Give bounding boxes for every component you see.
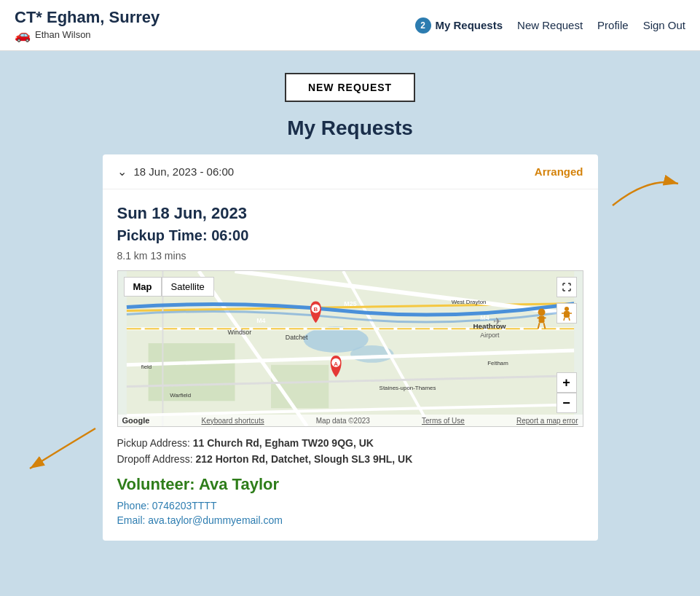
main-content: NEW REQUEST My Requests	[0, 51, 700, 555]
page-heading: My Requests	[15, 117, 685, 140]
my-requests-nav[interactable]: 2 My Requests	[415, 17, 503, 34]
report-link[interactable]: Report a map error	[516, 417, 578, 425]
terms-link[interactable]: Terms of Use	[422, 417, 465, 425]
request-card: ⌄ 18 Jun, 2023 - 06:00 Arranged Sun 18 J…	[103, 154, 598, 541]
volunteer-heading: Volunteer: Ava Taylor	[117, 475, 583, 494]
map-container: M25 M4 M4 West Drayton Heathrow Airport …	[117, 270, 583, 427]
sign-out-nav[interactable]: Sign Out	[643, 19, 685, 31]
svg-text:Staines-upon-Thames: Staines-upon-Thames	[379, 385, 436, 391]
svg-text:Windsor: Windsor	[227, 329, 251, 336]
card-wrapper: ⌄ 18 Jun, 2023 - 06:00 Arranged Sun 18 J…	[103, 154, 598, 541]
google-logo: Google	[122, 416, 150, 425]
card-header: ⌄ 18 Jun, 2023 - 06:00 Arranged	[103, 154, 598, 189]
username-label: Ethan Wilson	[35, 29, 91, 40]
email-label: Email:	[117, 514, 146, 526]
svg-text:field: field	[141, 364, 152, 370]
svg-line-43	[564, 318, 565, 321]
card-body: Sun 18 Jun, 2023 Pickup Time: 06:00 8.1 …	[103, 189, 598, 526]
volunteer-phone: Phone: 0746203TTTT	[117, 500, 583, 511]
svg-text:B: B	[313, 306, 318, 313]
new-request-button[interactable]: NEW REQUEST	[285, 73, 415, 102]
map-data-label: Map data ©2023	[316, 417, 370, 425]
pickup-address-value: 11 Church Rd, Egham TW20 9QG, UK	[193, 437, 374, 449]
svg-text:A: A	[334, 361, 338, 367]
main-nav: 2 My Requests New Request Profile Sign O…	[415, 17, 685, 34]
svg-text:M4: M4	[256, 317, 265, 324]
pickup-address-label: Pickup Address:	[117, 437, 190, 449]
header-brand: CT* Egham, Surrey 🚗 Ethan Wilson	[15, 8, 160, 43]
svg-text:Feltham: Feltham	[487, 360, 508, 366]
arrow-arranged	[605, 169, 685, 216]
svg-rect-5	[148, 343, 235, 401]
svg-point-34	[538, 309, 545, 316]
dropoff-address-label: Dropoff Address:	[117, 453, 193, 465]
svg-point-39	[565, 307, 569, 311]
pickup-time: Pickup Time: 06:00	[117, 227, 583, 244]
svg-text:Warfield: Warfield	[170, 392, 191, 399]
svg-text:Airport: Airport	[480, 332, 500, 339]
svg-text:✈: ✈	[493, 315, 502, 327]
svg-line-44	[569, 318, 570, 321]
map-footer: Google Keyboard shortcuts Map data ©2023…	[118, 415, 583, 426]
volunteer-email: Email: ava.taylor@dummyemail.com	[117, 514, 583, 526]
profile-nav[interactable]: Profile	[597, 19, 629, 31]
new-request-nav[interactable]: New Request	[517, 19, 583, 31]
svg-text:West Drayton: West Drayton	[451, 299, 486, 305]
dropoff-address-value: 212 Horton Rd, Datchet, Slough SL3 9HL, …	[195, 453, 412, 465]
zoom-out-button[interactable]: −	[557, 393, 577, 413]
dropoff-address-line: Dropoff Address: 212 Horton Rd, Datchet,…	[117, 453, 583, 465]
distance-info: 8.1 km 13 mins	[117, 250, 583, 262]
fullscreen-button[interactable]	[557, 277, 577, 297]
svg-rect-40	[564, 311, 570, 318]
satellite-button[interactable]: Satellite	[162, 277, 214, 297]
map-keyboard[interactable]: Keyboard shortcuts	[202, 417, 264, 425]
requests-badge: 2	[415, 17, 431, 34]
app-header: CT* Egham, Surrey 🚗 Ethan Wilson 2 My Re…	[0, 0, 700, 51]
svg-rect-35	[538, 315, 544, 323]
app-title: CT* Egham, Surrey	[15, 8, 160, 27]
header-user: 🚗 Ethan Wilson	[15, 27, 160, 43]
svg-text:M4: M4	[480, 314, 489, 321]
phone-label: Phone:	[117, 500, 149, 511]
street-view-button[interactable]	[557, 303, 577, 324]
card-header-left: ⌄ 18 Jun, 2023 - 06:00	[117, 165, 235, 179]
chevron-down-icon[interactable]: ⌄	[117, 165, 127, 179]
pickup-address-line: Pickup Address: 11 Church Rd, Egham TW20…	[117, 437, 583, 449]
arrow-volunteer	[15, 421, 103, 482]
map-button[interactable]: Map	[124, 277, 162, 297]
svg-text:M25: M25	[344, 300, 356, 307]
car-icon: 🚗	[15, 27, 31, 43]
request-date: Sun 18 Jun, 2023	[117, 204, 583, 223]
my-requests-label: My Requests	[436, 19, 503, 31]
card-date: 18 Jun, 2023 - 06:00	[134, 165, 235, 178]
email-value: ava.taylor@dummyemail.com	[148, 514, 283, 526]
zoom-in-button[interactable]: +	[557, 372, 577, 393]
map-view-controls: Map Satellite	[124, 277, 214, 297]
phone-value: 0746203TTTT	[152, 500, 217, 511]
svg-text:Datchet: Datchet	[285, 334, 307, 341]
status-badge: Arranged	[535, 165, 583, 178]
